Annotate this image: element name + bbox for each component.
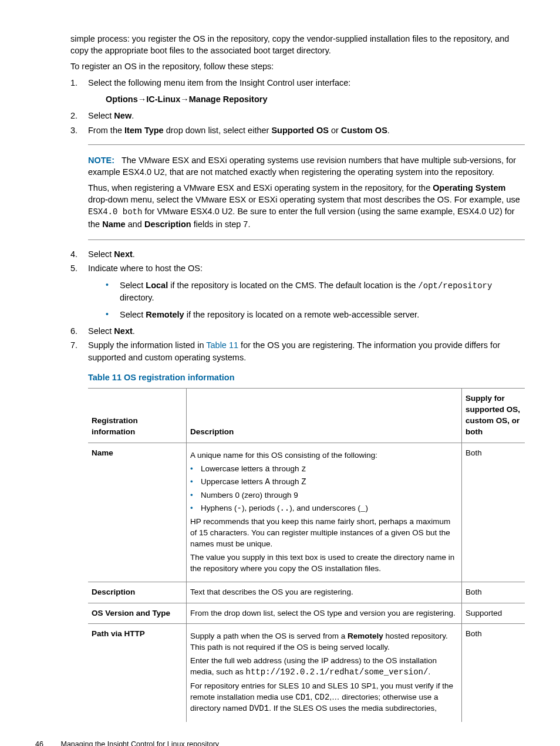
step-4: 4. Select Next. xyxy=(70,248,525,260)
note-box: NOTE: The VMware ESX and ESXi operating … xyxy=(88,144,525,240)
step-5-bullet-local: •Select Local if the repository is locat… xyxy=(106,279,525,304)
step-6: 6. Select Next. xyxy=(70,325,525,337)
note-text-2: Thus, when registering a VMware ESX and … xyxy=(88,182,525,230)
step-5-bullets: •Select Local if the repository is locat… xyxy=(106,279,525,320)
step-5: 5. Indicate where to host the OS: xyxy=(70,262,525,274)
step-7: 7. Supply the information listed in Tabl… xyxy=(70,339,525,363)
page-number: 46 xyxy=(35,740,59,746)
page-content: simple process: you register the OS in t… xyxy=(70,33,525,722)
registration-table: Registration information Description Sup… xyxy=(88,388,525,722)
intro-paragraph-1: simple process: you register the OS in t… xyxy=(70,33,525,57)
table-11-link[interactable]: Table 11 xyxy=(206,340,238,350)
table-row-os-version: OS Version and Type From the drop down l… xyxy=(88,603,525,624)
note-label: NOTE: xyxy=(88,156,114,165)
step-1: 1. Select the following menu item from t… xyxy=(70,77,525,89)
table-row-name: Name A unique name for this OS consistin… xyxy=(88,443,525,582)
step-3: 3. From the Item Type drop down list, se… xyxy=(70,124,525,136)
step-5-bullet-remotely: •Select Remotely if the repository is lo… xyxy=(106,309,525,320)
page-footer: 46 Managing the Insight Control for Linu… xyxy=(35,740,525,746)
steps-list-4: 6. Select Next. 7. Supply the informatio… xyxy=(70,325,525,363)
steps-list-3: 4. Select Next. 5. Indicate where to hos… xyxy=(70,248,525,275)
table-row-path-http: Path via HTTP Supply a path when the OS … xyxy=(88,624,525,722)
step-2: 2. Select New. xyxy=(70,110,525,121)
header-registration-info: Registration information xyxy=(88,389,187,443)
note-text-1: The VMware ESX and ESXi operating system… xyxy=(88,156,516,177)
intro-paragraph-2: To register an OS in the repository, fol… xyxy=(70,60,525,72)
steps-list: 1. Select the following menu item from t… xyxy=(70,77,525,89)
step-1-menu-path: Options→IC-Linux→Manage Repository xyxy=(106,93,525,105)
table-row-description: Description Text that describes the OS y… xyxy=(88,582,525,603)
steps-list-2: 2. Select New. 3. From the Item Type dro… xyxy=(70,110,525,136)
header-description: Description xyxy=(187,389,462,443)
footer-text: Managing the Insight Control for Linux r… xyxy=(60,740,219,746)
table-header-row: Registration information Description Sup… xyxy=(88,389,525,443)
header-supply: Supply for supported OS, custom OS, or b… xyxy=(462,389,525,443)
table-title: Table 11 OS registration information xyxy=(88,372,525,383)
